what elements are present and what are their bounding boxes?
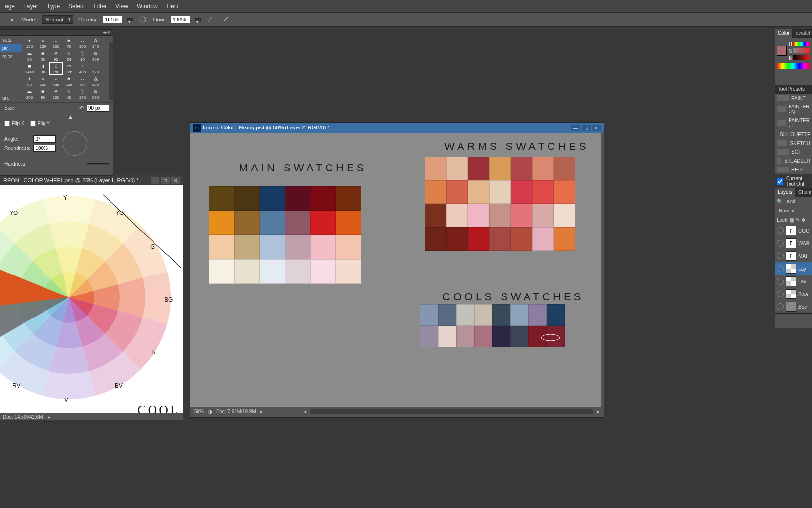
sat-slider[interactable] [793,48,810,53]
visibility-toggle-icon[interactable] [777,240,784,247]
tool-preset-item[interactable]: RED [775,165,812,174]
brush-category-item[interactable]: sets [0,36,22,44]
layers-tab[interactable]: Layers [775,188,795,197]
menu-image[interactable]: age [2,1,18,12]
menu-view[interactable]: View [112,1,131,12]
brush-thumbnail[interactable]: ✦125 [23,37,36,49]
brush-thumbnail[interactable]: ◍595 [89,87,102,100]
brush-thumbnail[interactable]: ◍459 [89,49,102,62]
angle-control[interactable] [63,131,87,156]
mix-preview-icon[interactable]: ◑ [208,409,212,414]
layer-row[interactable]: Swa [775,288,812,300]
brush-thumbnail[interactable]: ◉90 [36,87,49,100]
mix-hscroll-left-icon[interactable]: ◂ [304,409,306,414]
mix-hscroll-right-icon[interactable]: ▸ [597,409,600,414]
visibility-toggle-icon[interactable] [777,278,784,285]
mixing-titlebar[interactable]: PsIntro to Color - Mixing.psd @ 50% (Lay… [190,123,604,133]
layer-row[interactable]: TWAR [775,237,812,250]
brush-thumbnail[interactable]: ░175 [76,87,89,100]
layer-row[interactable]: TMAI [775,250,812,262]
tool-preset-item[interactable]: SKETCH [775,139,812,148]
layer-blend-select[interactable]: Normal [777,207,810,214]
lock-transparent-icon[interactable]: ▦ [790,217,794,223]
visibility-toggle-icon[interactable] [777,291,784,297]
menu-layer[interactable]: Layer [21,1,41,12]
brush-thumbnail[interactable]: ░10 [76,49,89,62]
brush-category-item[interactable]: mics [0,52,22,61]
menu-select[interactable]: Select [66,1,88,12]
opacity-field[interactable]: 100% [103,16,122,23]
mix-zoom[interactable]: 50% [194,409,204,414]
brush-thumbnail[interactable]: ⁂145 [89,37,102,49]
brush-preset-icon[interactable]: ● [7,15,17,24]
color-wheel-canvas[interactable]: Y YO YG G BG B BV V RV COOL [0,185,183,419]
tool-preset-item[interactable]: STEADLER [775,156,812,165]
brush-panel-flyout-icon[interactable]: ◂▸▾ [102,30,111,35]
blend-mode-select[interactable]: Normal [42,15,73,24]
lock-move-icon[interactable]: ✥ [801,217,805,223]
menu-type[interactable]: Type [44,1,63,12]
brush-grid-scrollbar[interactable] [109,42,113,100]
hue-slider[interactable] [793,42,810,46]
brush-thumbnail[interactable]: ⁂100 [89,75,102,87]
brush-thumbnail[interactable]: ◼1448 [23,62,36,75]
current-tool-only-checkbox[interactable] [777,178,783,185]
brush-thumbnail[interactable]: ✱76 [63,37,76,49]
tablet-size-icon[interactable] [220,15,230,24]
layer-row[interactable]: Lay [775,262,812,275]
brush-thumbnail[interactable]: ✱125 [63,75,76,87]
tool-preset-item[interactable]: SOFT [775,148,812,156]
brush-thumbnail[interactable]: ❊129 [36,37,49,49]
brush-thumbnail[interactable]: •100 [49,37,63,49]
layer-row[interactable]: Lay [775,275,812,288]
size-reset-icon[interactable]: ↶ [79,105,84,111]
brush-thumbnail[interactable]: ✦93 [23,75,36,87]
visibility-toggle-icon[interactable] [777,265,784,272]
menu-help[interactable]: Help [164,1,182,12]
flip-y-checkbox[interactable] [30,121,36,126]
brush-category-item[interactable]: pe [0,44,22,52]
brush-thumbnail[interactable]: ∴100 [76,37,89,49]
layer-filter-select[interactable]: Kind [785,198,802,204]
brush-thumbnail[interactable]: ∴60 [76,75,89,87]
brush-category-item[interactable] [0,77,22,85]
close-icon[interactable]: ✕ [171,177,180,184]
menu-filter[interactable]: Filter [90,1,110,12]
flow-flyout[interactable] [195,18,201,21]
tool-preset-item[interactable]: PAINTER - T [775,116,812,130]
maximize-icon[interactable]: □ [582,125,591,131]
brush-category-item[interactable] [0,61,22,69]
brush-thumbnail[interactable]: ·128 [89,62,102,75]
brush-thumbnail[interactable]: ❋100 [49,87,63,100]
color-tab[interactable]: Color [775,29,792,38]
size-field[interactable]: 90 px [87,105,109,112]
flow-field[interactable]: 100% [171,16,190,23]
flip-x-checkbox[interactable] [4,121,10,126]
menu-window[interactable]: Window [134,1,161,12]
color-wheel-titlebar[interactable]: REON - COLOR WHEEL.psd @ 25% (Layer 1, R… [0,175,183,185]
brush-thumbnail[interactable]: ◦405 [76,62,89,75]
visibility-toggle-icon[interactable] [777,303,784,310]
brush-thumbnail[interactable]: ▯150 [49,62,63,75]
bri-slider[interactable] [793,55,810,60]
opacity-flyout[interactable] [127,18,133,21]
brush-thumbnail[interactable]: ▬200 [23,87,36,100]
visibility-toggle-icon[interactable] [777,227,784,234]
brush-thumbnail[interactable]: ▬90 [23,49,36,62]
airbrush-icon[interactable] [206,15,216,24]
visibility-toggle-icon[interactable] [777,253,784,259]
layer-row[interactable]: Bac [775,300,812,313]
minimize-icon[interactable]: — [151,177,159,184]
minimize-icon[interactable]: — [571,125,580,131]
maximize-icon[interactable]: □ [161,177,170,184]
mix-status-flyout-icon[interactable]: ▸ [260,409,263,414]
tool-preset-item[interactable]: SILHOUETTE [775,130,812,139]
tablet-opacity-icon[interactable] [138,15,148,24]
brush-thumbnail[interactable]: ※40 [63,87,76,100]
close-icon[interactable]: ✕ [592,125,601,131]
brush-category-item[interactable]: ure [0,94,22,102]
cw-status-flyout-icon[interactable]: ▸ [48,414,50,420]
brush-thumbnail[interactable]: ▭126 [63,62,76,75]
layer-row[interactable]: TCOC [775,224,812,237]
roundness-field[interactable]: 100% [33,145,56,152]
